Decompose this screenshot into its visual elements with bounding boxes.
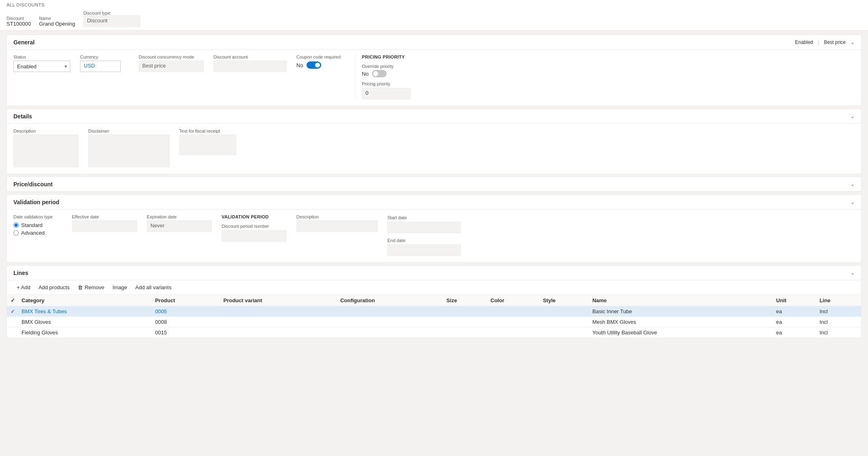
remove-icon: 🗑 [78, 284, 83, 290]
effective-date-value [72, 220, 137, 232]
category-cell: Fielding Gloves [18, 327, 152, 338]
details-section: Details ⌄ Description Disclaimer Text fo… [7, 109, 861, 174]
table-row[interactable]: BMX Gloves0008Mesh BMX GloveseaIncl [7, 317, 861, 327]
table-row[interactable]: ✓BMX Tires & Tubes0005Basic Inner Tubeea… [7, 306, 861, 317]
add-all-variants-button[interactable]: Add all variants [132, 283, 175, 292]
disclaimer-textarea[interactable] [88, 135, 170, 167]
currency-field: Currency USD [80, 55, 129, 72]
row-checkbox[interactable] [7, 327, 18, 338]
standard-radio-item[interactable]: Standard [13, 222, 62, 228]
validation-section-header[interactable]: Validation period ⌄ [7, 195, 861, 209]
name-cell: Mesh BMX Gloves [589, 317, 773, 327]
name-cell: Youth Utility Baseball Glove [589, 327, 773, 338]
coupon-toggle-track [307, 61, 321, 69]
general-section-body: Status Enabled Disabled Currency USD Dis [7, 50, 861, 106]
validation-fields: Date validation type Standard Advanced [13, 214, 855, 256]
coupon-label: Coupon code required [296, 55, 345, 59]
coupon-toggle-thumb [315, 63, 320, 68]
size-cell [443, 306, 487, 317]
remove-button[interactable]: 🗑 Remove [74, 283, 107, 292]
category-link[interactable]: BMX Tires & Tubes [22, 308, 67, 314]
end-date-label: End date [387, 238, 405, 243]
size-header: Size [443, 295, 487, 306]
status-select-wrapper[interactable]: Enabled Disabled [13, 61, 70, 72]
validation-period-sub: VALIDATION PERIOD Discount period number [222, 214, 287, 242]
discount-field-group: Discount ST100000 [7, 16, 31, 27]
top-fields: Discount ST100000 Name Grand Opening Dis… [7, 9, 861, 30]
discount-type-field-group: Discount type Discount [83, 11, 140, 27]
general-fields: Status Enabled Disabled Currency USD Dis [13, 55, 855, 99]
breadcrumb: ALL DISCOUNTS [7, 2, 861, 9]
description-label: Description [13, 129, 78, 133]
details-section-header[interactable]: Details ⌄ [7, 109, 861, 124]
lines-table-body: ✓BMX Tires & Tubes0005Basic Inner Tubeea… [7, 306, 861, 338]
date-validation-field: Date validation type Standard Advanced [13, 214, 62, 236]
effective-date-field: Effective date [72, 214, 137, 232]
name-cell: Basic Inner Tube [589, 306, 773, 317]
price-discount-header[interactable]: Price/discount ⌄ [7, 177, 861, 192]
style-cell [540, 306, 589, 317]
unit-cell: ea [773, 306, 816, 317]
lines-section-header[interactable]: Lines ⌄ [7, 266, 861, 280]
check-header: ✓ [7, 295, 18, 306]
unit-cell: ea [773, 327, 816, 338]
configuration-cell [337, 306, 443, 317]
status-select[interactable]: Enabled Disabled [13, 61, 70, 72]
advanced-radio-item[interactable]: Advanced [13, 230, 62, 236]
product_variant-cell [220, 327, 337, 338]
configuration-header: Configuration [337, 295, 443, 306]
status-label: Status [13, 55, 70, 59]
validation-title: Validation period [13, 199, 59, 205]
pricing-priority-value[interactable]: 0 [362, 88, 411, 99]
override-toggle[interactable] [372, 70, 387, 77]
account-field: Discount account [213, 55, 287, 72]
coupon-toggle[interactable] [307, 61, 321, 69]
add-button[interactable]: + Add [13, 283, 34, 292]
effective-date-label: Effective date [72, 214, 137, 219]
general-status-right: Enabled [795, 39, 813, 45]
check-icon: ✓ [11, 308, 15, 314]
line-cell: Incl [816, 327, 861, 338]
fiscal-textarea[interactable] [179, 135, 236, 155]
row-checkbox[interactable] [7, 317, 18, 327]
row-checkbox[interactable]: ✓ [7, 306, 18, 317]
general-header-right: Enabled | Best price ⌄ [795, 39, 855, 45]
product-cell: 0015 [152, 327, 220, 338]
end-date-group: End date [387, 237, 461, 256]
table-row[interactable]: Fielding Gloves0015Youth Utility Basebal… [7, 327, 861, 338]
currency-value[interactable]: USD [80, 61, 121, 72]
discount-period-label: Discount period number [222, 224, 269, 229]
standard-radio[interactable] [13, 223, 19, 228]
validation-period-title: VALIDATION PERIOD [222, 214, 287, 219]
price-discount-section: Price/discount ⌄ [7, 177, 861, 192]
general-section-header[interactable]: General Enabled | Best price ⌄ [7, 35, 861, 50]
coupon-no-label: No [296, 62, 303, 68]
end-date-value [387, 244, 461, 256]
unit-cell: ea [773, 317, 816, 327]
coupon-toggle-row: No [296, 61, 345, 69]
expiration-date-field: Expiration date Never [147, 214, 212, 232]
fiscal-label: Text for fiscal receipt [179, 129, 236, 133]
advanced-radio[interactable] [13, 230, 19, 236]
validation-section: Validation period ⌄ Date validation type… [7, 194, 861, 263]
product_variant-cell [220, 317, 337, 327]
expiration-date-label: Expiration date [147, 214, 212, 219]
start-date-group: Start date [387, 214, 461, 233]
description-textarea[interactable] [13, 135, 78, 167]
override-no-label: No [362, 71, 369, 77]
color-cell [487, 306, 540, 317]
product-link[interactable]: 0005 [155, 308, 167, 314]
override-priority-row: Override priority No [362, 63, 411, 77]
concurrency-field: Discount concurrency mode Best price [139, 55, 204, 72]
main-content: General Enabled | Best price ⌄ Status En… [0, 31, 868, 343]
lines-table-wrapper: ✓ Category Product Product variant Confi… [7, 295, 861, 338]
general-title: General [13, 39, 35, 46]
concurrency-value: Best price [139, 61, 204, 72]
line-cell: Incl [816, 306, 861, 317]
date-validation-label: Date validation type [13, 214, 62, 219]
category-cell: BMX Tires & Tubes [18, 306, 152, 317]
size-cell [443, 317, 487, 327]
image-button[interactable]: Image [109, 283, 131, 292]
add-products-button[interactable]: Add products [35, 283, 73, 292]
val-description-field: Description [296, 214, 378, 232]
